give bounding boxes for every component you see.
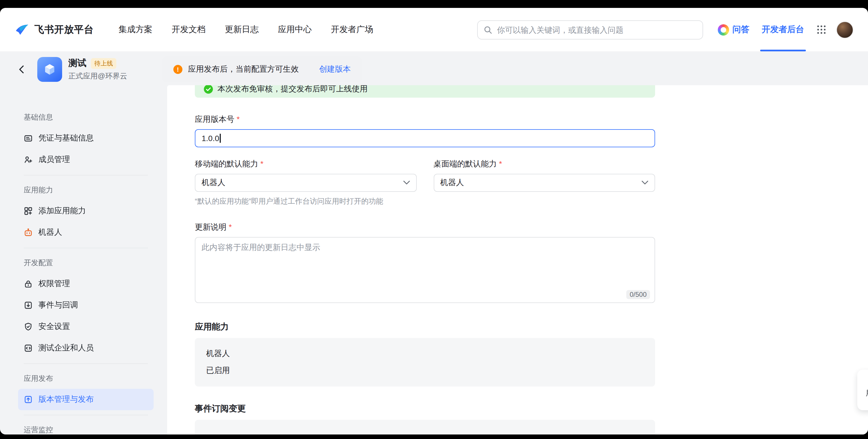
required-mark: * bbox=[499, 158, 502, 169]
required-mark: * bbox=[237, 113, 240, 125]
nav-dev-docs[interactable]: 开发文档 bbox=[172, 24, 206, 35]
sidebar-item-label: 添加应用能力 bbox=[38, 206, 86, 216]
tab-developer-console[interactable]: 开发者后台 bbox=[762, 8, 804, 52]
capability-heading: 应用能力 bbox=[195, 322, 868, 332]
nav-integration[interactable]: 集成方案 bbox=[119, 24, 153, 35]
sidebar-item-label: 凭证与基础信息 bbox=[38, 133, 94, 143]
required-mark: * bbox=[260, 158, 264, 169]
success-banner-text: 本次发布免审核，提交发布后即可上线使用 bbox=[217, 85, 368, 94]
version-input[interactable]: 1.0.0 bbox=[195, 129, 655, 147]
mobile-capability-label: 移动端的默认能力 * bbox=[195, 158, 416, 169]
main-nav: 集成方案 开发文档 更新日志 应用中心 开发者广场 bbox=[119, 24, 373, 35]
version-value: 1.0.0 bbox=[202, 134, 219, 143]
sidebar-item-add-capability[interactable]: 添加应用能力 bbox=[18, 200, 154, 222]
expand-button[interactable]: « 展开 bbox=[857, 370, 868, 410]
chevron-down-icon bbox=[403, 180, 410, 185]
top-navigation-bar: 飞书开放平台 集成方案 开发文档 更新日志 应用中心 开发者广场 bbox=[0, 8, 868, 52]
version-label: 应用版本号 * bbox=[195, 113, 868, 125]
cube-icon bbox=[42, 62, 58, 77]
qa-icon bbox=[718, 24, 729, 35]
mobile-capability-select[interactable]: 机器人 bbox=[195, 174, 416, 192]
top-right-cluster: 问答 开发者后台 bbox=[718, 8, 853, 52]
lock-icon bbox=[24, 279, 33, 288]
id-card-icon bbox=[24, 134, 33, 143]
desktop-capability-select[interactable]: 机器人 bbox=[433, 174, 655, 192]
sidebar-item-version-release[interactable]: 版本管理与发布 bbox=[18, 389, 154, 410]
sidebar-item-label: 事件与回调 bbox=[38, 300, 78, 310]
warning-icon: ! bbox=[174, 65, 182, 74]
feishu-logo-icon bbox=[15, 22, 29, 37]
sidebar-item-label: 权限管理 bbox=[38, 279, 70, 289]
events-panel bbox=[195, 420, 655, 435]
create-version-link[interactable]: 创建版本 bbox=[319, 64, 351, 74]
release-notes-textarea[interactable]: 此内容将于应用的更新日志中显示 0/500 bbox=[195, 237, 655, 303]
chevron-down-icon bbox=[642, 180, 648, 185]
release-notes-label: 更新说明 * bbox=[195, 221, 868, 233]
sidebar-item-credentials[interactable]: 凭证与基础信息 bbox=[18, 128, 154, 149]
avatar[interactable] bbox=[836, 21, 853, 38]
search-input[interactable] bbox=[497, 25, 697, 34]
success-banner: 本次发布免审核，提交发布后即可上线使用 bbox=[195, 85, 655, 98]
default-capability-row: 移动端的默认能力 * 机器人 桌面端的默认能力 * bbox=[195, 158, 655, 192]
sidebar-item-events-callbacks[interactable]: 事件与回调 bbox=[18, 295, 154, 316]
publish-alert-banner: ! 应用发布后，当前配置方可生效 创建版本 bbox=[162, 57, 362, 82]
app-window: 飞书开放平台 集成方案 开发文档 更新日志 应用中心 开发者广场 bbox=[0, 8, 868, 435]
app-subtitle: 正式应用@环界云 bbox=[68, 71, 127, 81]
publish-up-icon bbox=[24, 395, 33, 404]
brand-title: 飞书开放平台 bbox=[34, 23, 94, 36]
sidebar-item-label: 版本管理与发布 bbox=[38, 395, 94, 405]
sidebar-section-ops-monitoring: 运营监控 bbox=[18, 420, 154, 435]
events-heading: 事件订阅变更 bbox=[195, 403, 868, 414]
qa-link[interactable]: 问答 bbox=[718, 24, 749, 35]
desktop-capability-label: 桌面端的默认能力 * bbox=[433, 158, 655, 169]
sidebar-section-release: 应用发布 bbox=[18, 368, 154, 389]
sidebar-divider bbox=[24, 175, 148, 175]
capability-status: 已启用 bbox=[206, 366, 644, 376]
sidebar-section-dev-config: 开发配置 bbox=[18, 253, 154, 273]
sidebar-item-label: 机器人 bbox=[38, 227, 62, 238]
release-notes-placeholder: 此内容将于应用的更新日志中显示 bbox=[202, 243, 320, 252]
app-name: 测试 bbox=[68, 58, 86, 69]
check-circle-icon bbox=[204, 85, 213, 94]
sidebar-divider bbox=[24, 363, 148, 364]
nav-dev-marketplace[interactable]: 开发者广场 bbox=[331, 24, 373, 35]
app-meta: 测试 待上线 正式应用@环界云 bbox=[68, 58, 127, 81]
search-box[interactable] bbox=[477, 20, 703, 39]
sidebar: 基础信息 凭证与基础信息 成员管理 应用能力 bbox=[18, 107, 154, 435]
screen: 飞书开放平台 集成方案 开发文档 更新日志 应用中心 开发者广场 bbox=[0, 0, 868, 439]
app-icon bbox=[37, 57, 62, 82]
sidebar-item-permissions[interactable]: 权限管理 bbox=[18, 273, 154, 295]
developer-console-label: 开发者后台 bbox=[762, 24, 804, 35]
nav-changelog[interactable]: 更新日志 bbox=[225, 24, 259, 35]
sidebar-divider bbox=[24, 248, 148, 248]
char-counter: 0/500 bbox=[626, 290, 650, 299]
brand-home-link[interactable]: 飞书开放平台 bbox=[15, 22, 94, 37]
default-capability-hint: “默认的应用功能”即用户通过工作台访问应用时打开的功能 bbox=[195, 196, 868, 206]
text-cursor bbox=[220, 134, 220, 143]
main-content: 本次发布免审核，提交发布后即可上线使用 应用版本号 * 1.0.0 移动端的默认… bbox=[167, 85, 868, 435]
app-header-bar: 测试 待上线 正式应用@环界云 ! 应用发布后，当前配置方可生效 创建版本 bbox=[0, 52, 868, 88]
sidebar-item-bot[interactable]: 机器人 bbox=[18, 222, 154, 243]
member-add-icon bbox=[24, 155, 33, 164]
add-capability-icon bbox=[24, 206, 33, 215]
qa-label: 问答 bbox=[733, 24, 749, 35]
sidebar-item-test-corp[interactable]: 测试企业和人员 bbox=[18, 337, 154, 359]
sidebar-item-label: 成员管理 bbox=[38, 155, 70, 165]
back-button[interactable] bbox=[15, 62, 29, 77]
capability-panel: 机器人 已启用 bbox=[195, 338, 655, 386]
expand-label: 展开 bbox=[866, 388, 868, 398]
nav-app-center[interactable]: 应用中心 bbox=[278, 24, 312, 35]
shield-check-icon bbox=[24, 322, 33, 331]
sidebar-item-members[interactable]: 成员管理 bbox=[18, 149, 154, 170]
apps-grid-icon[interactable] bbox=[816, 25, 826, 34]
alert-text: 应用发布后，当前配置方可生效 bbox=[188, 64, 299, 74]
sidebar-section-capabilities: 应用能力 bbox=[18, 180, 154, 200]
capability-name: 机器人 bbox=[206, 349, 644, 359]
sidebar-item-label: 安全设置 bbox=[38, 322, 70, 332]
chevron-left-icon bbox=[17, 64, 27, 74]
sidebar-divider bbox=[24, 415, 148, 415]
robot-icon bbox=[24, 228, 33, 237]
sidebar-item-security[interactable]: 安全设置 bbox=[18, 316, 154, 337]
event-inbox-icon bbox=[24, 301, 33, 310]
status-badge: 待上线 bbox=[91, 58, 116, 69]
